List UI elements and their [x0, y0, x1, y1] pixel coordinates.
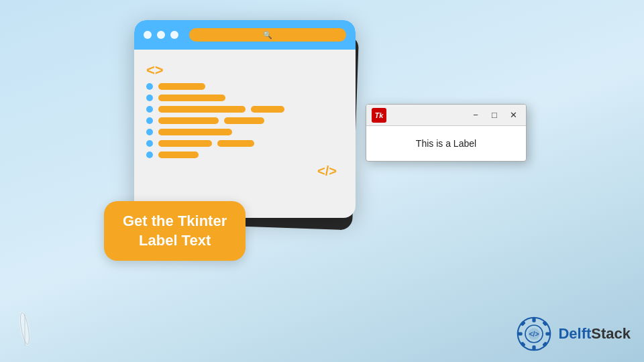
code-dot-4	[146, 117, 153, 124]
code-bar-6b	[217, 140, 254, 147]
svg-rect-6	[518, 332, 523, 335]
code-window-titlebar: 🔍	[134, 20, 356, 50]
code-bar-3b	[251, 106, 284, 113]
tkinter-label-text: This is a Label	[416, 138, 476, 149]
svg-rect-5	[533, 345, 536, 350]
code-dot-3	[146, 106, 153, 113]
code-bar-3	[158, 106, 246, 113]
code-bar-4b	[224, 117, 264, 124]
feather-icon	[12, 308, 38, 349]
code-bar-6	[158, 140, 212, 147]
code-lines	[146, 83, 343, 158]
code-dot-2	[146, 95, 153, 101]
code-line-5	[146, 129, 343, 135]
tkinter-window: Tk − □ ✕ This is a Label	[366, 104, 527, 162]
code-dot-7	[146, 152, 153, 158]
code-line-3	[146, 106, 343, 113]
svg-rect-4	[533, 318, 536, 322]
code-bar-1	[158, 83, 205, 90]
close-button[interactable]: ✕	[506, 108, 521, 123]
titlebar-dot-1	[144, 31, 152, 39]
titlebar-search-bar: 🔍	[189, 28, 346, 42]
code-line-6	[146, 140, 343, 147]
code-dot-5	[146, 129, 153, 135]
label-bubble-text: Get the Tkinter Label Text	[123, 212, 227, 250]
code-window-wrapper: 🔍 <>	[134, 20, 362, 228]
tkinter-titlebar: Tk − □ ✕	[366, 105, 526, 126]
search-icon: 🔍	[263, 31, 272, 40]
label-bubble: Get the Tkinter Label Text	[104, 201, 246, 261]
minimize-button[interactable]: −	[468, 108, 483, 123]
code-window: 🔍 <>	[134, 20, 356, 218]
code-bar-2	[158, 95, 225, 101]
titlebar-dot-2	[157, 31, 165, 39]
code-line-7	[146, 152, 343, 158]
maximize-button[interactable]: □	[487, 108, 502, 123]
delftstack-brand-text: DelftStack	[558, 325, 631, 343]
svg-rect-7	[546, 332, 551, 335]
tkinter-app-icon: Tk	[372, 108, 386, 123]
code-line-2	[146, 95, 343, 101]
code-dot-1	[146, 83, 153, 90]
delftstack-logo: </> DelftStack	[517, 316, 631, 351]
tkinter-label-body: This is a Label	[366, 126, 526, 161]
titlebar-dot-3	[170, 31, 178, 39]
close-tag: </>	[146, 164, 343, 179]
tkinter-window-controls[interactable]: − □ ✕	[468, 108, 521, 123]
delftstack-gear-icon: </>	[517, 316, 551, 351]
svg-text:</>: </>	[529, 330, 539, 338]
code-dot-6	[146, 140, 153, 147]
code-bar-4	[158, 117, 219, 124]
open-tag: <>	[146, 62, 343, 79]
code-line-1	[146, 83, 343, 90]
code-line-4	[146, 117, 343, 124]
code-bar-5	[158, 129, 232, 135]
code-content-area: <>	[134, 50, 356, 186]
code-bar-7	[158, 152, 199, 158]
